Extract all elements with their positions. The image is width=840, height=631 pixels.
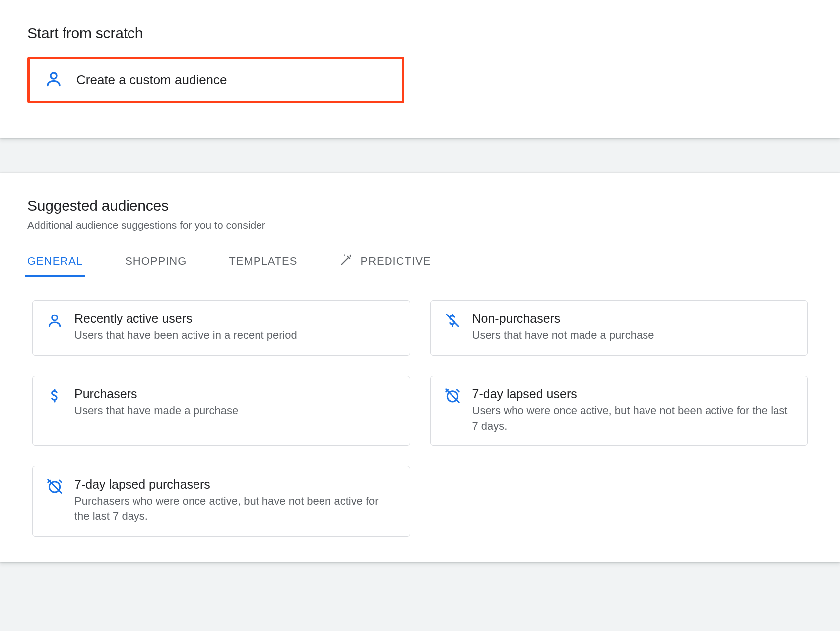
audience-tabs: GENERAL SHOPPING TEMPLATES PREDICTIVE: [27, 245, 813, 279]
card-recently-active-users[interactable]: Recently active users Users that have be…: [32, 300, 410, 356]
card-description: Users that have not made a purchase: [472, 328, 654, 343]
card-description: Users that have been active in a recent …: [74, 328, 297, 343]
tab-predictive[interactable]: PREDICTIVE: [339, 245, 431, 279]
card-title: Recently active users: [74, 312, 297, 326]
audience-cards-grid: Recently active users Users that have be…: [27, 300, 813, 537]
alarm-off-icon: [445, 388, 460, 406]
tab-templates[interactable]: TEMPLATES: [229, 247, 297, 277]
tab-predictive-label: PREDICTIVE: [360, 255, 431, 268]
card-purchasers[interactable]: Purchasers Users that have made a purcha…: [32, 376, 410, 446]
card-title: Non-purchasers: [472, 312, 654, 326]
card-description: Users that have made a purchase: [74, 403, 238, 419]
suggested-audiences-panel: Suggested audiences Additional audience …: [0, 173, 840, 562]
svg-point-1: [344, 255, 345, 256]
card-7day-lapsed-purchasers[interactable]: 7-day lapsed purchasers Purchasers who w…: [32, 466, 410, 537]
person-icon: [45, 70, 63, 90]
dollar-off-icon: [445, 313, 460, 330]
svg-point-0: [51, 73, 57, 79]
card-non-purchasers[interactable]: Non-purchasers Users that have not made …: [430, 300, 808, 356]
card-title: Purchasers: [74, 387, 238, 401]
suggested-audiences-title: Suggested audiences: [27, 197, 813, 214]
alarm-off-icon: [47, 478, 63, 496]
suggested-audiences-subtitle: Additional audience suggestions for you …: [27, 219, 813, 231]
magic-wand-icon: [339, 253, 353, 270]
start-from-scratch-title: Start from scratch: [27, 25, 813, 42]
tab-shopping[interactable]: SHOPPING: [125, 247, 187, 277]
card-description: Users who were once active, but have not…: [472, 403, 794, 434]
person-icon: [47, 313, 63, 330]
start-from-scratch-panel: Start from scratch Create a custom audie…: [0, 0, 840, 138]
dollar-icon: [47, 388, 63, 406]
card-7day-lapsed-users[interactable]: 7-day lapsed users Users who were once a…: [430, 376, 808, 446]
card-description: Purchasers who were once active, but hav…: [74, 494, 396, 524]
svg-point-2: [52, 315, 58, 320]
card-title: 7-day lapsed purchasers: [74, 477, 396, 492]
create-custom-audience-button[interactable]: Create a custom audience: [27, 57, 404, 103]
create-custom-audience-label: Create a custom audience: [76, 72, 227, 88]
card-title: 7-day lapsed users: [472, 387, 794, 401]
tab-general[interactable]: GENERAL: [27, 247, 83, 277]
